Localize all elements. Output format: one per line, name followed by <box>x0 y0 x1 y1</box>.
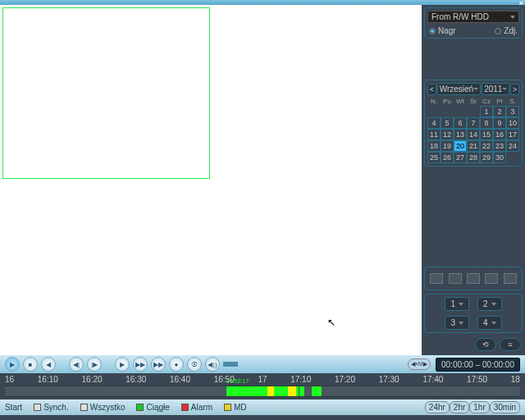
time-display: 00:00:00 – 00:00:00 <box>436 358 520 372</box>
synch-check[interactable]: Synch. <box>34 403 69 412</box>
cal-year-select[interactable]: 2011 <box>482 83 509 95</box>
cal-day <box>441 106 454 117</box>
cal-day[interactable]: 14 <box>467 129 480 140</box>
layout-8-icon[interactable] <box>467 273 480 284</box>
tl-tick: 17:40 <box>422 375 443 384</box>
cal-day[interactable]: 6 <box>454 117 467 129</box>
cal-day[interactable]: 1 <box>480 106 493 117</box>
cal-day[interactable]: 7 <box>467 117 480 129</box>
zoom-24h[interactable]: 24hr <box>425 401 450 413</box>
video-viewport: ↖ <box>0 5 422 355</box>
cal-day[interactable]: 26 <box>441 152 454 163</box>
volume-icon[interactable]: ◀)) <box>205 357 220 372</box>
cal-day[interactable]: 24 <box>506 140 519 152</box>
cal-dow: N. <box>427 97 441 106</box>
sync-button[interactable]: ⟲ <box>475 338 496 351</box>
prev-button[interactable]: ◀ <box>41 357 56 372</box>
channel-4-select[interactable]: 4 <box>477 316 502 330</box>
zoom-30m[interactable]: 30min <box>490 401 520 413</box>
cal-day[interactable]: 19 <box>441 140 454 152</box>
cal-dow: Pt <box>493 97 506 106</box>
cal-dow: S. <box>506 97 519 106</box>
cal-month-select[interactable]: Wrzesień <box>437 83 482 95</box>
stop-button[interactable]: ■ <box>23 357 38 372</box>
all-check[interactable]: Wszystko <box>80 403 126 412</box>
channel-2-select[interactable]: 2 <box>477 297 502 311</box>
layout-1-icon[interactable] <box>430 273 443 284</box>
cursor-icon: ↖ <box>327 317 336 328</box>
step-back-button[interactable]: ◀| <box>69 357 84 372</box>
channel-panel: 1 2 3 4 <box>424 294 523 333</box>
ffwd-button[interactable]: ▶▶ <box>151 357 166 372</box>
cal-day[interactable]: 20 <box>454 140 467 152</box>
cal-day[interactable]: 10 <box>506 117 519 129</box>
cal-day[interactable]: 22 <box>480 140 493 152</box>
tl-tick: 16:40 <box>170 375 190 384</box>
cal-day[interactable]: 30 <box>493 152 506 163</box>
step-fwd-button[interactable]: |▶ <box>87 357 102 372</box>
layout-16-icon[interactable] <box>504 273 517 284</box>
cal-day[interactable]: 2 <box>493 106 506 117</box>
timeline[interactable]: 1616:1016:2016:3016:4016:501717:1017:201… <box>0 373 525 399</box>
tl-tick: 17:20 <box>335 375 355 384</box>
cal-next-button[interactable]: > <box>510 84 519 95</box>
cal-day[interactable]: 28 <box>467 152 480 163</box>
channel-highlight[interactable] <box>2 7 210 179</box>
layout-9-icon[interactable] <box>485 273 498 284</box>
cal-day[interactable]: 5 <box>441 117 454 129</box>
cont-check[interactable]: Ciągłe <box>136 403 169 412</box>
legend-bar: Start Synch. Wszystko Ciągłe Alarm MD 24… <box>0 399 525 415</box>
cal-day[interactable]: 27 <box>454 152 467 163</box>
cal-day[interactable]: 17 <box>506 129 519 140</box>
transport-bar: ▶ ■ ◀ ◀| |▶ ▶ ▶▶ ▶▶ ● ⦿ ◀)) ◀×M▶ 00:00:0… <box>0 355 525 373</box>
tl-tick: 17:30 <box>379 375 399 384</box>
radio-nagr[interactable]: Nagr <box>429 26 456 35</box>
cal-dow: Cz <box>480 97 493 106</box>
cal-day[interactable]: 16 <box>493 129 506 140</box>
list-button[interactable]: ≡ <box>500 338 521 351</box>
zoom-2h[interactable]: 2hr <box>450 401 469 413</box>
layout-4-icon[interactable] <box>449 273 462 284</box>
alarm-check[interactable]: Alarm <box>181 403 212 412</box>
radio-zdj[interactable]: Zdj. <box>495 26 518 35</box>
tl-tick: 17 <box>258 375 267 384</box>
start-label: Start <box>5 403 22 412</box>
cal-day[interactable]: 23 <box>493 140 506 152</box>
close-icon[interactable]: × <box>519 0 523 7</box>
tl-tick: 16:30 <box>126 375 146 384</box>
cal-day[interactable]: 21 <box>467 140 480 152</box>
channel-3-select[interactable]: 3 <box>445 316 469 330</box>
calendar-panel: < Wrzesień 2011 > N.PoWtŚrCzPtS. 1234567… <box>424 80 523 167</box>
cal-day[interactable]: 11 <box>427 129 441 140</box>
speed-scrub[interactable]: ◀×M▶ <box>408 358 431 370</box>
ff-button[interactable]: ▶▶ <box>133 357 148 372</box>
cal-dow: Po <box>441 97 454 106</box>
cal-day[interactable]: 29 <box>480 152 493 163</box>
cal-day[interactable]: 25 <box>427 152 441 163</box>
next-button[interactable]: ▶ <box>115 357 130 372</box>
cal-day[interactable]: 13 <box>454 129 467 140</box>
snap-button[interactable]: ⦿ <box>187 357 202 372</box>
channel-1-select[interactable]: 1 <box>445 297 469 311</box>
volume-slider[interactable] <box>223 362 238 367</box>
cal-day[interactable]: 12 <box>441 129 454 140</box>
cal-dow: Wt <box>454 97 467 106</box>
cal-day[interactable]: 3 <box>506 106 519 117</box>
tl-tick: 18 <box>511 375 520 384</box>
play-button[interactable]: ▶ <box>5 357 20 372</box>
source-panel: From R/W HDD Nagr Zdj. <box>424 7 523 39</box>
cal-day[interactable]: 15 <box>480 129 493 140</box>
source-dropdown[interactable]: From R/W HDD <box>427 11 519 23</box>
md-check[interactable]: MD <box>224 403 247 412</box>
cal-dow: Śr <box>467 97 480 106</box>
tl-tick: 16:10 <box>38 375 58 384</box>
cal-day[interactable]: 4 <box>427 117 441 129</box>
cal-prev-button[interactable]: < <box>427 84 436 95</box>
cal-day[interactable]: 8 <box>480 117 493 129</box>
tl-tick: 17:50 <box>467 375 487 384</box>
zoom-1h[interactable]: 1hr <box>469 401 489 413</box>
rec-button[interactable]: ● <box>169 357 184 372</box>
cal-day <box>427 106 441 117</box>
cal-day[interactable]: 18 <box>427 140 441 152</box>
cal-day[interactable]: 9 <box>493 117 506 129</box>
